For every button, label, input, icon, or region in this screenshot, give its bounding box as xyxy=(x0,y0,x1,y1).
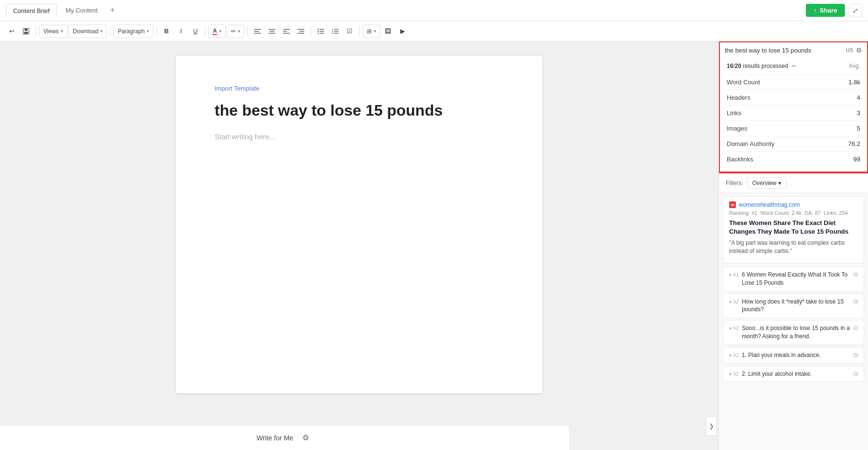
site-url[interactable]: womenshealthmag.com xyxy=(739,201,800,208)
add-tab-button[interactable]: + xyxy=(106,4,119,17)
editor-toolbar: ↩ Views ▾ Download ▾ Paragraph ▾ B I U A… xyxy=(0,21,868,41)
search-settings-icon[interactable]: ⚙ xyxy=(856,46,862,54)
expand-button[interactable]: ⤢ xyxy=(849,4,862,17)
copy-icon-h2-4[interactable]: ⧉ xyxy=(854,370,858,378)
undo-button[interactable]: ↩ xyxy=(5,25,18,38)
avg-label: Avg. xyxy=(849,63,860,69)
images-row: Images 5 xyxy=(727,120,860,136)
download-dropdown[interactable]: Download ▾ xyxy=(68,25,107,38)
result-card: W womenshealthmag.com Ranking: #1 Word C… xyxy=(723,196,864,264)
italic-button[interactable]: I xyxy=(174,25,188,38)
filters-bar: Filters: Overview ▾ xyxy=(719,173,868,193)
result-site-row: W womenshealthmag.com xyxy=(729,201,858,208)
tab-bar: Content Brief My Content + ↑ Share ⤢ xyxy=(0,0,868,21)
ordered-list-button[interactable]: 1.2.3. xyxy=(328,25,342,38)
domain-authority-row: Domain Authority 76.2 xyxy=(727,136,860,151)
paragraph-dropdown[interactable]: Paragraph ▾ xyxy=(113,25,153,38)
headers-row: Headers 4 xyxy=(727,90,860,105)
search-box-wrapper: US ⚙ 16/20 results processed ✏ Avg. Word… xyxy=(719,41,868,173)
highlight-dropdown[interactable]: ✏ ▾ xyxy=(227,25,244,38)
write-for-me-button[interactable]: Write for Me xyxy=(257,434,293,442)
heading-item-h2-3: ▾ h2 1. Plan your meals in advance. ⧉ xyxy=(723,347,864,364)
collapse-icon: ❯ xyxy=(709,423,714,430)
more-button[interactable]: ▶ xyxy=(396,25,409,38)
backlinks-label: Backlinks xyxy=(727,156,753,163)
heading-text-h1: 6 Women Reveal Exactly What It Took To L… xyxy=(742,271,851,287)
underline-button[interactable]: U xyxy=(189,25,202,38)
editor-title[interactable]: the best way to lose 15 pounds xyxy=(215,101,504,121)
heading-text-h2-2: Sooo...is it possible to lose 15 pounds … xyxy=(742,324,851,341)
image-button[interactable]: 🖼 xyxy=(381,25,395,38)
editor-placeholder[interactable]: Start writing here... xyxy=(215,132,504,141)
share-button[interactable]: ↑ Share xyxy=(806,4,845,17)
heading-item-h1: ▾ h1 6 Women Reveal Exactly What It Took… xyxy=(723,266,864,291)
align-left-button[interactable] xyxy=(251,25,264,38)
tab-my-content[interactable]: My Content xyxy=(59,4,104,17)
results-list: W womenshealthmag.com Ranking: #1 Word C… xyxy=(719,193,868,450)
heading-item-h2-4: ▾ h2 2. Limit your alcohol intake. ⧉ xyxy=(723,366,864,383)
result-meta: Ranking: #1 Word Count: 2.4k DA: 87 Link… xyxy=(729,210,858,216)
views-dropdown[interactable]: Views ▾ xyxy=(39,25,68,38)
align-left2-button[interactable] xyxy=(280,25,293,38)
write-settings-button[interactable]: ⚙ xyxy=(299,431,312,445)
heading-item-h2-2: ▾ h2 Sooo...is it possible to lose 15 po… xyxy=(723,320,864,345)
copy-icon-h2-2[interactable]: ⧉ xyxy=(854,324,858,332)
collapse-arrow-h1[interactable]: ▾ xyxy=(729,272,732,278)
collapse-arrow-h2-2[interactable]: ▾ xyxy=(729,326,732,331)
filters-label: Filters: xyxy=(726,180,743,186)
word-count-row: Word Count 1.8k xyxy=(727,74,860,90)
align-right-button[interactable] xyxy=(294,25,308,38)
editor-paper: Import Template the best way to lose 15 … xyxy=(176,56,542,393)
editor-area: Import Template the best way to lose 15 … xyxy=(0,41,719,450)
search-input[interactable] xyxy=(725,47,843,54)
domain-authority-label: Domain Authority xyxy=(727,140,774,147)
headers-label: Headers xyxy=(727,94,750,101)
domain-authority-value: 76.2 xyxy=(848,140,860,147)
copy-icon-h2-3[interactable]: ⧉ xyxy=(854,351,858,359)
svg-text:3.: 3. xyxy=(332,32,334,34)
import-template-link[interactable]: Import Template xyxy=(215,85,504,92)
collapse-arrow-h2-3[interactable]: ▾ xyxy=(729,353,732,358)
word-count-label: Word Count xyxy=(727,79,760,86)
checklist-button[interactable]: ☑ xyxy=(343,25,356,38)
save-button[interactable] xyxy=(19,25,33,38)
tab-content-brief[interactable]: Content Brief xyxy=(6,4,57,17)
svg-rect-2 xyxy=(24,32,28,34)
results-processed-row: 16/20 results processed ✏ Avg. xyxy=(727,63,860,69)
images-value: 5 xyxy=(857,125,860,132)
heading-item-h2-1: ▾ h2 How long does it *really* take to l… xyxy=(723,293,864,318)
collapse-arrow-h2-4[interactable]: ▾ xyxy=(729,371,732,377)
copy-icon-h1[interactable]: ⧉ xyxy=(854,271,858,278)
headers-value: 4 xyxy=(857,94,860,101)
tab-bar-right: ↑ Share ⤢ xyxy=(806,4,862,17)
bullet-list-button[interactable] xyxy=(314,25,327,38)
result-snippet: "A big part was learning to eat complex … xyxy=(729,239,858,255)
align-center-button[interactable] xyxy=(265,25,279,38)
editor-scroll[interactable]: Import Template the best way to lose 15 … xyxy=(0,41,719,450)
main-layout: Import Template the best way to lose 15 … xyxy=(0,41,868,450)
backlinks-value: 99 xyxy=(854,156,860,163)
stats-section: 16/20 results processed ✏ Avg. Word Coun… xyxy=(720,58,867,172)
svg-point-19 xyxy=(318,32,319,33)
right-panel: US ⚙ 16/20 results processed ✏ Avg. Word… xyxy=(719,41,868,450)
collapse-panel-button[interactable]: ❯ xyxy=(706,416,717,436)
bold-button[interactable]: B xyxy=(160,25,173,38)
search-box: US ⚙ xyxy=(720,42,867,58)
edit-results-icon[interactable]: ✏ xyxy=(792,63,796,69)
copy-icon-h2-1[interactable]: ⧉ xyxy=(854,298,858,305)
svg-rect-1 xyxy=(25,28,27,31)
filters-dropdown[interactable]: Overview ▾ xyxy=(747,177,787,189)
site-favicon: W xyxy=(729,201,736,208)
heading-text-h2-3: 1. Plan your meals in advance. xyxy=(742,351,851,359)
search-country: US xyxy=(846,47,853,53)
images-label: Images xyxy=(727,125,747,132)
heading-text-h2-4: 2. Limit your alcohol intake. xyxy=(742,370,851,378)
links-label: Links xyxy=(727,109,741,117)
font-color-dropdown[interactable]: A ▾ xyxy=(208,25,226,38)
links-value: 3 xyxy=(857,109,860,117)
collapse-arrow-h2-1[interactable]: ▾ xyxy=(729,299,732,304)
result-title: These Women Share The Exact Diet Changes… xyxy=(729,219,858,236)
table-dropdown[interactable]: ⊞ ▾ xyxy=(363,25,380,38)
backlinks-row: Backlinks 99 xyxy=(727,151,860,167)
results-processed-text: 16/20 results processed ✏ xyxy=(727,63,796,69)
